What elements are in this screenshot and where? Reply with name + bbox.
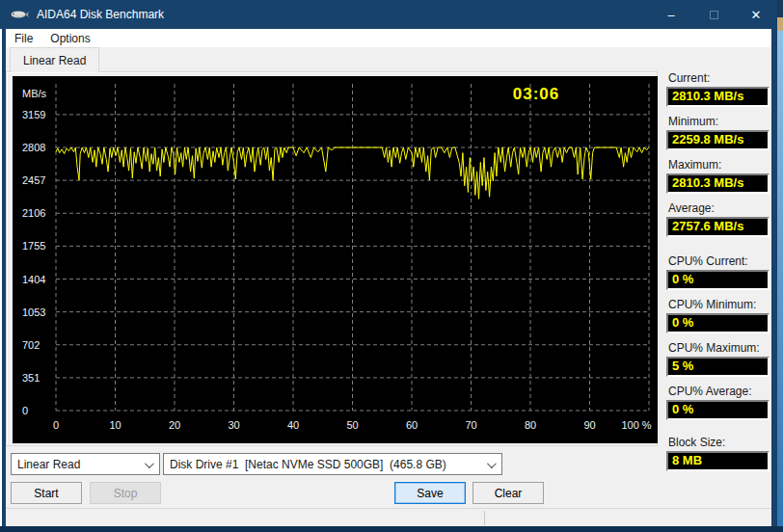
stat-label: Minimum: [668,115,770,128]
stat-value-box: 0 % [666,313,770,333]
stat-label: CPU% Average: [668,385,770,398]
stat-block-size: Block Size: 8 MB [666,436,770,471]
y-tick-label: 2457 [22,174,45,186]
stat-average: Average: 2757.6 MB/s [666,201,770,237]
stat-current: Current: 2810.3 MB/s [666,71,770,107]
x-tick-label: 10 [109,419,121,431]
x-tick-label: 100 % [621,419,651,431]
stat-label: CPU% Current: [668,254,770,268]
aida64-fish-icon [10,9,29,20]
stat-value-box: 2757.6 MB/s [666,217,770,237]
start-button[interactable]: Start [11,482,82,504]
stats-panel: Current: 2810.3 MB/s Minimum: 2259.8 MB/… [666,71,770,479]
tab-label: Linear Read [23,54,86,67]
window-title: AIDA64 Disk Benchmark [37,8,164,21]
status-bar-divider [484,511,485,525]
y-tick-label: 2808 [22,142,45,153]
title-bar[interactable]: AIDA64 Disk Benchmark – ✕ [0,0,777,29]
close-button[interactable]: ✕ [735,0,777,29]
x-tick-label: 40 [287,419,299,431]
stop-button: Stop [90,482,161,504]
x-tick-label: 60 [406,419,418,431]
menu-options[interactable]: Options [41,30,98,47]
x-tick-label: 20 [169,419,180,431]
save-button[interactable]: Save [394,482,466,504]
x-tick-label: 50 [346,419,358,431]
minimize-button[interactable]: – [650,0,692,29]
benchmark-chart: MB/s035170210531404175521062457280831590… [13,76,658,443]
maximize-icon [710,11,718,19]
y-tick-label: 2106 [22,207,45,219]
y-tick-label: 351 [22,372,40,384]
client-area: File Options Linear Read MB/s03517021053… [6,29,771,526]
stat-label: CPU% Maximum: [668,341,770,355]
stat-value-box: 0 % [666,270,770,290]
x-tick-label: 0 [53,419,59,431]
tab-linear-read[interactable]: Linear Read [10,47,99,72]
stat-value-box: 5 % [666,357,770,377]
x-tick-label: 80 [525,419,536,431]
clear-button[interactable]: Clear [472,482,544,504]
stat-maximum: Maximum: 2810.3 MB/s [666,158,770,194]
y-tick-label: 1053 [22,306,45,318]
aida64-disk-benchmark-window: AIDA64 Disk Benchmark – ✕ File Options L… [0,0,783,532]
y-tick-label: 0 [22,405,28,416]
stat-value-box: 8 MB [666,451,770,471]
stat-label: Average: [668,201,770,215]
chevron-down-icon [145,459,154,468]
stat-cpu-maximum: CPU% Maximum: 5 % [666,341,770,377]
benchmark-type-value: Linear Read [17,458,80,471]
stat-value-box: 2810.3 MB/s [666,173,770,194]
stat-label: Block Size: [668,436,770,449]
stat-cpu-average: CPU% Average: 0 % [666,385,770,420]
menu-file[interactable]: File [6,30,41,47]
drive-select[interactable]: Disk Drive #1 [Netac NVMe SSD 500GB] (46… [163,453,502,475]
menu-bar: File Options [6,29,771,47]
window-border-bottom [0,526,783,532]
maximize-button [692,0,735,29]
x-tick-label: 70 [465,419,476,431]
x-tick-label: 30 [228,419,239,431]
x-tick-label: 90 [583,419,595,431]
desktop-background [777,0,783,526]
stat-label: Current: [668,71,770,85]
chevron-down-icon [487,459,497,468]
stat-minimum: Minimum: 2259.8 MB/s [666,115,770,150]
benchmark-type-select[interactable]: Linear Read [11,453,160,475]
stat-cpu-minimum: CPU% Minimum: 0 % [666,298,770,333]
stat-value-box: 2810.3 MB/s [666,87,770,107]
stat-value-box: 0 % [666,400,770,420]
tab-page: MB/s035170210531404175521062457280831590… [6,71,658,446]
y-tick-label: 1404 [22,274,45,285]
y-tick-label: 3159 [22,109,45,120]
stat-label: CPU% Minimum: [668,298,770,311]
y-tick-label: 702 [22,339,40,351]
stat-value-box: 2259.8 MB/s [666,130,770,150]
stat-cpu-current: CPU% Current: 0 % [666,254,770,290]
drive-select-value: Disk Drive #1 [Netac NVMe SSD 500GB] (46… [170,458,446,471]
stat-label: Maximum: [668,158,770,172]
y-tick-label: 1755 [22,240,45,252]
status-bar [6,508,771,526]
y-axis-unit-label: MB/s [22,88,47,99]
